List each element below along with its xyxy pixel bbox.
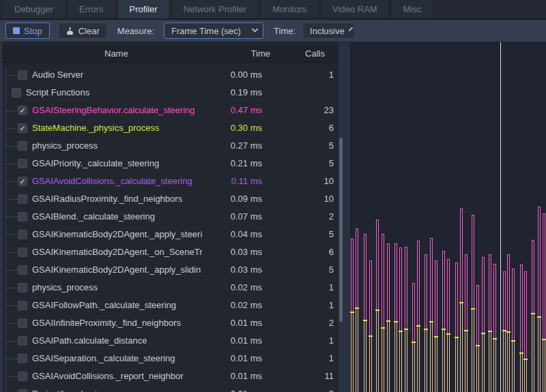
graph-bar-tan xyxy=(412,342,415,392)
graph-tick-yellow xyxy=(350,312,354,313)
graph-bar-pink xyxy=(543,213,545,340)
table-row[interactable]: GSAIAvoidCollisions._report_neighbor0.01… xyxy=(2,367,339,385)
graph-bar-tan xyxy=(447,334,450,392)
row-time: 0.04 ms xyxy=(231,226,262,243)
row-checkbox[interactable] xyxy=(18,141,27,151)
row-checkbox[interactable] xyxy=(18,389,27,392)
graph-tick-yellow xyxy=(476,345,480,346)
row-checkbox[interactable] xyxy=(18,283,27,292)
tree-branch-line xyxy=(5,75,18,76)
row-calls: 2 xyxy=(329,314,334,332)
frame-time-graph[interactable] xyxy=(350,42,546,392)
graph-bar-pink xyxy=(447,259,450,334)
graph-bar-tan xyxy=(387,321,390,392)
graph-tick-yellow xyxy=(542,339,546,340)
graph-tick-yellow xyxy=(488,331,492,332)
row-time: 0.07 ms xyxy=(231,208,262,226)
row-name: Script Functions xyxy=(26,84,89,102)
measure-select[interactable]: Frame Time (sec) xyxy=(164,22,263,39)
row-checkbox[interactable] xyxy=(18,212,27,222)
table-row[interactable]: GSAIInfiniteProximity._find_neighbors0.0… xyxy=(2,314,339,332)
graph-bar-tan xyxy=(476,346,479,392)
table-row[interactable]: Projectile._physics_process0.01 ms2 xyxy=(2,385,339,392)
row-checkbox-checked[interactable]: ✓ xyxy=(18,106,27,115)
table-row[interactable]: Audio Server0.00 ms1 xyxy=(2,66,339,84)
table-row[interactable]: physics_process0.02 ms1 xyxy=(2,279,339,297)
row-checkbox[interactable] xyxy=(18,247,27,257)
table-row[interactable]: GSAIFollowPath._calculate_steering0.02 m… xyxy=(2,297,339,314)
table-row[interactable]: GSAIKinematicBody2DAgent._apply_slidin0.… xyxy=(2,261,339,279)
graph-bar-pink xyxy=(417,241,420,326)
table-row[interactable]: GSAIBlend._calculate_steering0.07 ms2 xyxy=(2,208,339,226)
table-row[interactable]: Script Functions0.19 ms xyxy=(2,84,339,102)
table-row[interactable]: GSAIRadiusProximity._find_neighbors0.09 … xyxy=(2,190,339,208)
graph-tick-yellow xyxy=(394,321,398,322)
graph-bar-tan xyxy=(399,331,402,392)
row-time: 0.09 ms xyxy=(231,190,262,208)
column-header-calls: Calls xyxy=(305,45,325,62)
row-checkbox[interactable] xyxy=(18,372,27,381)
row-calls: 5 xyxy=(329,137,334,155)
row-checkbox[interactable] xyxy=(18,159,27,168)
table-row[interactable]: ✓StateMachine._physics_process0.30 ms6 xyxy=(2,119,339,137)
row-checkbox[interactable] xyxy=(18,70,27,80)
table-row[interactable]: GSAIKinematicBody2DAgent._on_SceneTr0.03… xyxy=(2,243,339,261)
graph-bar-pink xyxy=(512,269,515,341)
row-name: GSAIAvoidCollisions._report_neighbor xyxy=(32,367,184,385)
tab-network-profiler[interactable]: Network Profiler xyxy=(171,0,259,18)
row-calls: 1 xyxy=(329,332,334,350)
table-row[interactable]: GSAIPath.calculate_distance0.01 ms1 xyxy=(2,332,339,350)
tree-branch-line xyxy=(5,217,18,217)
graph-bar-pink xyxy=(356,228,358,308)
graph-bar-pink xyxy=(482,257,485,333)
row-calls: 1 xyxy=(329,350,334,367)
graph-bar-tan xyxy=(425,329,427,392)
row-calls: 5 xyxy=(329,155,334,172)
graph-bar-pink xyxy=(412,283,415,342)
clear-button[interactable]: Clear xyxy=(58,22,107,39)
table-row[interactable]: GSAIKinematicBody2DAgent._apply_steeri0.… xyxy=(2,226,339,243)
graph-tick-yellow xyxy=(429,321,433,322)
chevron-down-icon xyxy=(252,25,259,32)
graph-bar-pink xyxy=(351,239,354,312)
row-name: GSAIKinematicBody2DAgent._apply_slidin xyxy=(32,261,201,279)
row-checkbox[interactable] xyxy=(18,194,27,204)
row-checkbox[interactable] xyxy=(18,230,27,239)
row-checkbox[interactable] xyxy=(18,318,27,328)
tree-branch-line xyxy=(5,199,18,200)
graph-tick-yellow xyxy=(375,310,379,311)
tab-debugger[interactable]: Debugger xyxy=(2,0,66,18)
row-name: GSAIPriority._calculate_steering xyxy=(32,155,159,172)
table-row[interactable]: GSAIPriority._calculate_steering0.21 ms5 xyxy=(2,155,339,172)
row-checkbox[interactable] xyxy=(18,301,27,310)
time-select[interactable]: Inclusive xyxy=(302,22,355,39)
tab-errors[interactable]: Errors xyxy=(67,0,115,18)
row-checkbox[interactable] xyxy=(12,88,21,97)
row-checkbox[interactable] xyxy=(18,354,27,363)
table-row[interactable]: GSAISeparation._calculate_steering0.01 m… xyxy=(2,350,339,367)
current-frame-cursor[interactable] xyxy=(500,42,501,392)
tab-misc[interactable]: Misc xyxy=(391,0,434,18)
graph-bar-tan xyxy=(524,359,527,392)
row-time: 0.01 ms xyxy=(231,350,262,367)
table-row[interactable]: ✓GSAISteeringBehavior.calculate_steering… xyxy=(2,102,339,119)
tree-branch-line xyxy=(5,359,18,359)
tab-bar: DebuggerErrorsProfilerNetwork ProfilerMo… xyxy=(0,0,546,20)
table-scrollbar-thumb[interactable] xyxy=(339,138,343,322)
row-checkbox[interactable] xyxy=(18,265,27,275)
row-calls: 5 xyxy=(329,261,334,279)
tab-profiler[interactable]: Profiler xyxy=(117,0,170,18)
profiler-toolbar: Stop Clear Measure: Frame Time (sec) Tim… xyxy=(0,20,546,42)
table-row[interactable]: ✓GSAIAvoidCollisions._calculate_steering… xyxy=(2,172,339,190)
row-calls: 1 xyxy=(329,279,334,297)
graph-bar-pink xyxy=(465,254,468,331)
row-checkbox-checked[interactable]: ✓ xyxy=(18,123,27,133)
graph-bar-tan xyxy=(493,339,496,392)
tab-monitors[interactable]: Monitors xyxy=(260,0,319,18)
row-checkbox-checked[interactable]: ✓ xyxy=(18,177,27,186)
row-checkbox[interactable] xyxy=(18,336,27,346)
tab-video-ram[interactable]: Video RAM xyxy=(320,0,390,18)
table-rows: Audio Server0.00 ms1Script Functions0.19… xyxy=(2,66,339,392)
table-row[interactable]: physics_process0.27 ms5 xyxy=(2,137,339,155)
stop-button[interactable]: Stop xyxy=(5,22,50,39)
